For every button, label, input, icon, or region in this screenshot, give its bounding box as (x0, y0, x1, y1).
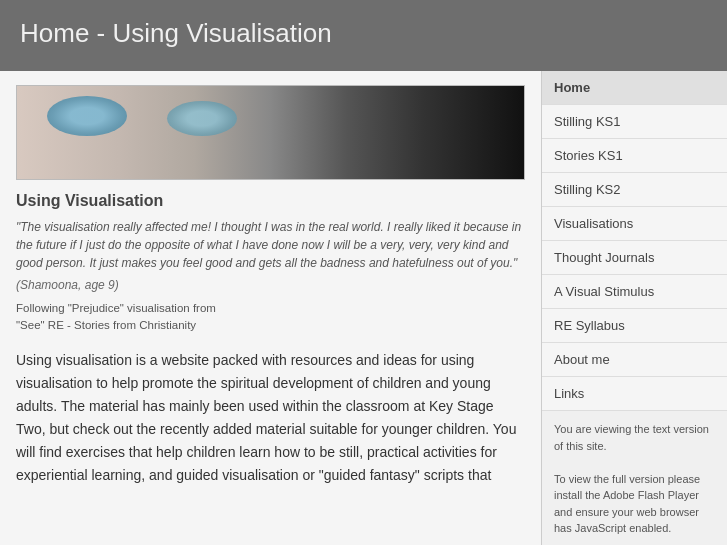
sidebar-nav-item-visualisations[interactable]: Visualisations (542, 207, 727, 241)
main-layout: Using Visualisation "The visualisation r… (0, 71, 727, 545)
main-description: Using visualisation is a website packed … (16, 349, 525, 488)
page-title: Home - Using Visualisation (20, 18, 707, 49)
sidebar-nav-item-stilling-ks1[interactable]: Stilling KS1 (542, 105, 727, 139)
sidebar-nav-item-stories-ks1[interactable]: Stories KS1 (542, 139, 727, 173)
sidebar-nav-item-stilling-ks2[interactable]: Stilling KS2 (542, 173, 727, 207)
section-title: Using Visualisation (16, 192, 525, 210)
source-line2: "See" RE - Stories from Christianity (16, 319, 196, 331)
sidebar-nav-item-about-me[interactable]: About me (542, 343, 727, 377)
sidebar-nav-item-links[interactable]: Links (542, 377, 727, 411)
attribution: (Shamoona, age 9) (16, 278, 525, 292)
notice-text-1: You are viewing the text version of this… (554, 423, 709, 452)
source-note: Following "Prejudice" visualisation from… (16, 300, 525, 335)
page-header: Home - Using Visualisation (0, 0, 727, 71)
sidebar-nav-item-a-visual-stimulus[interactable]: A Visual Stimulus (542, 275, 727, 309)
sidebar-nav-item-thought-journals[interactable]: Thought Journals (542, 241, 727, 275)
quote-block: "The visualisation really affected me! I… (16, 218, 525, 272)
hero-image (16, 85, 525, 180)
sidebar-nav-item-home[interactable]: Home (542, 71, 727, 105)
sidebar-notice: You are viewing the text version of this… (542, 411, 727, 545)
sidebar-nav-item-re-syllabus[interactable]: RE Syllabus (542, 309, 727, 343)
nav-list: HomeStilling KS1Stories KS1Stilling KS2V… (542, 71, 727, 411)
notice-text-2: To view the full version please install … (554, 473, 700, 535)
quote-text: "The visualisation really affected me! I… (16, 220, 521, 270)
source-line1: Following "Prejudice" visualisation from (16, 302, 216, 314)
sidebar: HomeStilling KS1Stories KS1Stilling KS2V… (542, 71, 727, 545)
main-content: Using Visualisation "The visualisation r… (0, 71, 542, 545)
